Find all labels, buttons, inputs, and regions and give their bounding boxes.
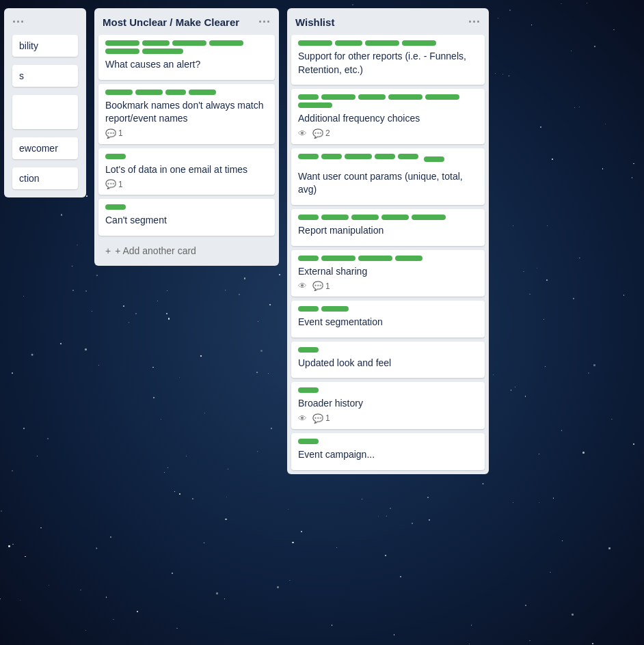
label-chip [105, 90, 133, 95]
card-title: Additional frequency choices [298, 112, 478, 126]
column-most-unclear: Most Unclear / Make Clearer ··· What cau… [94, 8, 279, 266]
card-title: Support for other reports (i.e. - Funnel… [298, 50, 478, 77]
list-item[interactable]: bility [12, 35, 78, 57]
label-chip [425, 94, 459, 100]
card-title: Event segmentation [298, 316, 478, 329]
most-unclear-title: Most Unclear / Make Clearer [103, 16, 239, 28]
card-watch-count: 👁 [298, 413, 307, 424]
list-item[interactable]: ction [12, 167, 78, 189]
list-item[interactable]: Lot's of data in one email at times 💬 1 [98, 148, 275, 195]
label-chip [298, 256, 319, 261]
label-chip [135, 90, 163, 95]
list-item[interactable]: Event segmentation [291, 301, 485, 338]
card-title: Report manipulation [298, 224, 478, 238]
label-chip [381, 215, 409, 220]
list-item[interactable]: External sharing 👁 💬 1 [291, 250, 485, 297]
label-chip [375, 154, 395, 159]
label-chip [321, 256, 355, 261]
label-chip [351, 215, 379, 220]
list-item[interactable]: Additional frequency choices 👁 💬 2 [291, 89, 485, 144]
comment-icon: 💬 [312, 128, 323, 139]
card-title: Broader history [298, 397, 478, 411]
card-title: External sharing [298, 265, 478, 279]
label-chip [402, 40, 436, 46]
card-labels [298, 347, 478, 353]
card-labels [298, 306, 478, 312]
label-chip [105, 204, 126, 210]
label-chip [105, 154, 126, 159]
list-item[interactable]: What causes an alert? [98, 35, 275, 80]
watch-icon: 👁 [298, 128, 307, 139]
card-comment-count: 💬 1 [105, 128, 123, 139]
label-chip [142, 40, 170, 46]
most-unclear-header: Most Unclear / Make Clearer ··· [94, 8, 279, 35]
card-labels [298, 439, 478, 444]
label-chip [142, 49, 183, 54]
card-labels [298, 256, 478, 261]
card-footer: 💬 1 [105, 128, 268, 139]
list-item[interactable]: Report manipulation [291, 209, 485, 246]
comment-icon: 💬 [105, 179, 116, 189]
list-item[interactable]: ewcomer [12, 137, 78, 159]
label-chip [105, 40, 139, 46]
card-labels [298, 94, 478, 108]
comment-number: 1 [118, 128, 123, 138]
comment-number: 2 [325, 128, 330, 138]
card-title: Event campaign... [298, 448, 478, 462]
label-chip [298, 215, 319, 220]
card-title: ewcomer [19, 143, 71, 154]
list-item[interactable]: Bookmark names don't always match report… [98, 84, 275, 144]
card-comment-count: 💬 1 [105, 179, 123, 189]
watch-icon: 👁 [298, 281, 307, 291]
label-chip [321, 306, 349, 312]
list-item[interactable]: Updated look and feel [291, 342, 485, 379]
comment-number: 1 [118, 180, 123, 189]
list-item[interactable]: Event campaign... [291, 433, 485, 470]
label-chip [424, 156, 444, 162]
card-watch-count: 👁 [298, 281, 307, 291]
label-chip [321, 94, 355, 100]
list-item[interactable]: Want user count params (unique, total, a… [291, 148, 485, 205]
wishlist-header: Wishlist ··· [287, 8, 489, 35]
card-title: ction [19, 173, 71, 184]
most-unclear-menu-icon[interactable]: ··· [258, 15, 271, 29]
column-partial-left: ··· bility s ewcomer ction [4, 8, 86, 197]
list-item[interactable]: Broader history 👁 💬 1 [291, 382, 485, 429]
label-chip [298, 94, 319, 100]
list-item[interactable]: Support for other reports (i.e. - Funnel… [291, 35, 485, 85]
card-comment-count: 💬 2 [312, 128, 330, 139]
label-chip [189, 90, 216, 95]
label-chip [298, 102, 332, 108]
list-item[interactable]: Can't segment [98, 199, 275, 236]
comment-icon: 💬 [105, 128, 116, 139]
list-item[interactable] [12, 95, 78, 129]
card-footer: 👁 💬 1 [298, 281, 478, 291]
wishlist-menu-icon[interactable]: ··· [468, 15, 481, 29]
comment-icon: 💬 [312, 281, 323, 291]
card-title: What causes an alert? [105, 58, 268, 72]
card-labels [298, 215, 478, 220]
label-chip [298, 306, 319, 312]
card-comment-count: 💬 1 [312, 281, 330, 291]
partial-column-body: bility s ewcomer ction [4, 35, 86, 197]
list-item[interactable]: s [12, 65, 78, 87]
card-labels [105, 40, 268, 54]
label-chip [209, 40, 243, 46]
comment-number: 1 [325, 282, 330, 291]
most-unclear-body: What causes an alert? Bookmark names don… [94, 35, 279, 240]
label-chip [298, 439, 319, 444]
card-comment-count: 💬 1 [312, 413, 330, 424]
label-chip [358, 256, 392, 261]
wishlist-title: Wishlist [295, 16, 334, 28]
card-watch-count: 👁 [298, 128, 307, 139]
watch-icon: 👁 [298, 413, 307, 424]
card-title: s [19, 70, 71, 81]
card-title: Bookmark names don't always match report… [105, 99, 268, 126]
add-card-button[interactable]: + + Add another card [98, 240, 275, 262]
label-chip [172, 40, 206, 46]
card-title: Can't segment [105, 214, 268, 228]
column-wishlist: Wishlist ··· Support for other reports (… [287, 8, 489, 474]
label-chip [395, 256, 422, 261]
label-chip [388, 94, 422, 100]
partial-menu-dots[interactable]: ··· [12, 15, 25, 29]
